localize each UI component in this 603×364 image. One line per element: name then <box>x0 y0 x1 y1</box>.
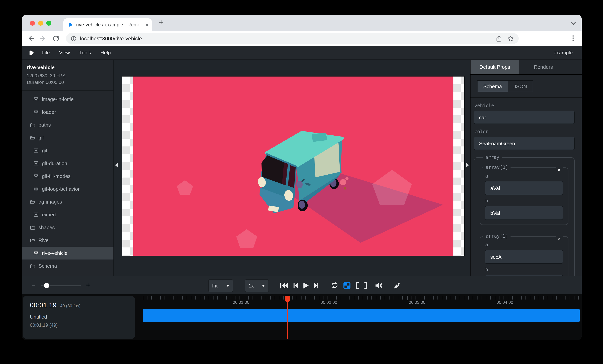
sidebar-item-loader[interactable]: loader <box>22 106 114 118</box>
zoom-slider-handle[interactable] <box>44 283 49 288</box>
ruler-label: 00:03.00 <box>409 300 425 305</box>
sidebar-folder-paths[interactable]: paths <box>22 118 114 131</box>
sidebar-item-image-in-lottie[interactable]: image-in-lottie <box>22 93 114 106</box>
subtab-schema[interactable]: Schema <box>477 81 508 92</box>
collapse-right-sidebar-icon[interactable] <box>466 163 469 167</box>
close-window-button[interactable] <box>30 21 35 26</box>
sidebar-item-expert[interactable]: expert <box>22 208 114 221</box>
browser-tab[interactable]: rive-vehicle / example - Remot × <box>63 18 152 31</box>
zoom-out-icon[interactable]: − <box>32 281 35 289</box>
array-0-legend: array[0] <box>483 165 510 170</box>
array-1-fieldset: array[1] × a secA b <box>480 233 568 276</box>
ruler-major-tick <box>407 296 407 300</box>
new-tab-button[interactable]: + <box>159 18 163 27</box>
menu-view[interactable]: View <box>54 50 75 56</box>
subtab-json[interactable]: JSON <box>508 81 533 92</box>
ruler-label: 00:02.00 <box>321 300 337 305</box>
out-point-icon[interactable] <box>364 282 368 289</box>
main-content: rive-vehicle 1200x630, 30 FPS Duration 0… <box>22 60 582 276</box>
tab-search-chevron-icon[interactable] <box>571 20 576 25</box>
transparency-checkerboard-icon[interactable] <box>343 282 350 289</box>
in-point-icon[interactable] <box>356 282 359 289</box>
field-label-b: b <box>485 267 568 272</box>
minimize-window-button[interactable] <box>38 21 43 26</box>
reload-icon[interactable] <box>52 35 59 42</box>
playback-rate-select[interactable]: 1x <box>245 279 269 292</box>
sidebar-item-label: image-in-lottie <box>42 96 74 102</box>
tab-default-props[interactable]: Default Props <box>471 60 519 74</box>
sidebar-item-gif-loop-behavior[interactable]: gif-loop-behavior <box>22 182 114 195</box>
desktop: rive-vehicle / example - Remot × + local… <box>0 0 603 364</box>
render-rocket-icon[interactable] <box>394 282 401 289</box>
sidebar-folder-og-images[interactable]: og-images <box>22 195 114 208</box>
field-label-a: a <box>485 242 568 248</box>
field-label-color: color <box>474 129 582 134</box>
playhead-handle[interactable] <box>285 296 290 300</box>
url-text[interactable]: localhost:3000/rive-vehicle <box>80 35 142 41</box>
ruler-label: 00:04.00 <box>497 300 513 305</box>
array-legend: array <box>483 155 502 160</box>
loop-icon[interactable] <box>331 282 338 289</box>
zoom-slider[interactable] <box>41 284 81 286</box>
sidebar-item-gif-fill-modes[interactable]: gif-fill-modes <box>22 170 114 182</box>
array-0-remove-icon[interactable]: × <box>556 166 563 173</box>
composition-duration: Duration 00:05.00 <box>27 79 109 86</box>
forward-icon[interactable] <box>40 35 47 42</box>
site-info-icon[interactable] <box>71 35 77 41</box>
sidebar-folder-shapes[interactable]: shapes <box>22 221 114 234</box>
sidebar-folder-gif[interactable]: gif <box>22 131 114 144</box>
sidebar-item-label: paths <box>38 122 51 128</box>
track-range: 00:01.19 (49) <box>30 322 135 328</box>
timeline-ruler[interactable] <box>143 296 580 299</box>
compositions-sidebar: rive-vehicle 1200x630, 30 FPS Duration 0… <box>22 60 114 276</box>
share-icon[interactable] <box>496 35 502 42</box>
ruler-major-tick <box>143 296 143 300</box>
play-icon[interactable] <box>303 282 309 288</box>
maximize-window-button[interactable] <box>46 21 51 26</box>
tab-close-icon[interactable]: × <box>145 22 148 27</box>
sidebar-folder-rive[interactable]: Rive <box>22 234 114 247</box>
array-0-a-input[interactable]: aVal <box>485 181 563 195</box>
menu-tools[interactable]: Tools <box>75 50 96 56</box>
tab-title: rive-vehicle / example - Remot <box>76 22 142 27</box>
video-frame[interactable] <box>122 77 464 256</box>
composition-resolution: 1200x630, 30 FPS <box>27 73 109 79</box>
next-frame-icon[interactable] <box>314 282 319 288</box>
menu-file[interactable]: File <box>37 50 54 56</box>
sidebar-folder-schema[interactable]: Schema <box>22 260 114 272</box>
composition-info: rive-vehicle 1200x630, 30 FPS Duration 0… <box>22 60 114 91</box>
track-name[interactable]: Untitled <box>30 314 135 320</box>
tab-renders[interactable]: Renders <box>519 60 568 74</box>
size-select[interactable]: Fit <box>208 279 233 292</box>
volume-icon[interactable] <box>375 282 383 288</box>
sidebar-item-rive-vehicle[interactable]: rive-vehicle <box>22 247 114 260</box>
array-1-remove-icon[interactable]: × <box>556 235 563 242</box>
bookmark-star-icon[interactable] <box>507 35 514 42</box>
collapse-left-sidebar-icon[interactable] <box>115 163 118 167</box>
chevron-down-icon <box>226 285 229 287</box>
skip-to-start-icon[interactable] <box>280 282 288 288</box>
menu-help[interactable]: Help <box>96 50 116 56</box>
sidebar-item-gif[interactable]: gif <box>22 144 114 157</box>
vehicle-input[interactable]: car <box>474 111 575 124</box>
browser-menu-icon[interactable] <box>569 34 577 42</box>
array-1-a-input[interactable]: secA <box>485 250 563 264</box>
divider <box>471 98 582 98</box>
current-timecode: 00:01.19 <box>30 301 57 309</box>
array-0-b-input[interactable]: bVal <box>485 206 563 220</box>
timeline-track-bar[interactable] <box>143 309 580 322</box>
previous-frame-icon[interactable] <box>293 282 298 288</box>
zoom-in-icon[interactable]: + <box>86 281 90 289</box>
address-bar[interactable]: localhost:3000/rive-vehicle <box>66 33 519 44</box>
rive-vehicle-artwork <box>133 77 453 256</box>
current-frame-label: 49 (30 fps) <box>60 303 81 308</box>
color-input[interactable]: SeaFoamGreen <box>474 137 575 150</box>
array-0-fieldset: array[0] × a aVal b bVal <box>480 165 568 225</box>
transparency-checkerboard-right <box>453 77 464 256</box>
timeline-tracks-area[interactable]: 00:01.00 00:02.00 00:03.00 00:04.00 <box>143 295 580 340</box>
sidebar-item-gif-duration[interactable]: gif-duration <box>22 157 114 170</box>
array-fieldset: array array[0] × a aVal b bVal array[1] … <box>474 155 575 276</box>
remotion-logo-icon[interactable] <box>28 49 35 56</box>
array-1-legend: array[1] <box>483 233 510 239</box>
back-icon[interactable] <box>27 35 34 42</box>
